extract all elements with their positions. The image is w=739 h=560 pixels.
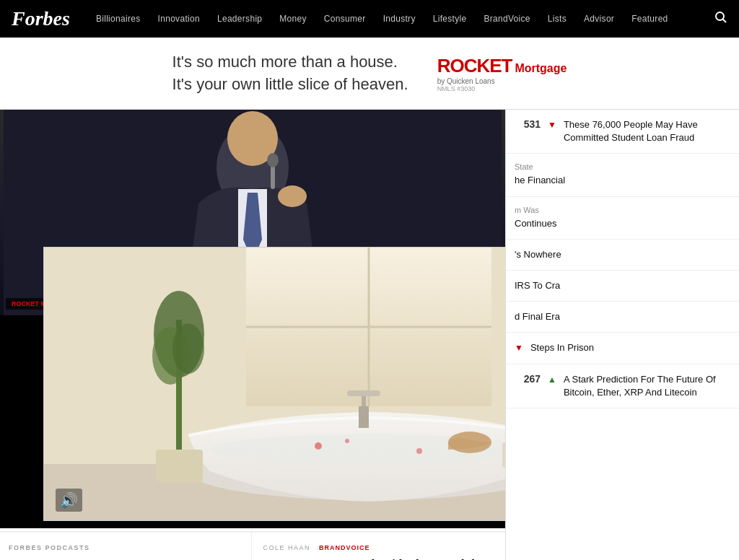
- sidebar-partial-2a: State: [515, 162, 730, 171]
- sidebar-item-2[interactable]: State he Financial: [506, 154, 739, 196]
- sidebar-item-1[interactable]: 531 ▼ These 76,000 People May Have Commi…: [506, 110, 739, 154]
- sidebar-trend-8: ▲: [548, 375, 556, 385]
- search-icon[interactable]: [714, 11, 727, 27]
- sidebar-trend-1: ▼: [548, 120, 556, 131]
- sidebar-item-4[interactable]: 's Nowhere: [506, 240, 739, 271]
- sidebar-item-3[interactable]: m Was Continues: [506, 197, 739, 240]
- main-layout: ROCKET Mortgage ×: [0, 110, 739, 560]
- brandvoice-title[interactable]: De-Stress At Your Desk With These 5 Subt…: [263, 557, 494, 560]
- podcast-tag: FORBES PODCASTS: [9, 544, 240, 551]
- rocket-quicken: by Quicken Loans: [437, 77, 495, 85]
- nav-featured[interactable]: Featured: [623, 14, 676, 24]
- podcast-title[interactable]: On The Edge Of A Bold, New Technological…: [9, 557, 240, 560]
- svg-point-7: [267, 153, 279, 167]
- below-video-content: FORBES PODCASTS On The Edge Of A Bold, N…: [0, 531, 505, 560]
- sidebar-partial-6: d Final Era: [515, 310, 730, 323]
- rocket-brand-name: ROCKET: [437, 55, 512, 77]
- brandvoice-label: BRANDVOICE: [319, 544, 370, 551]
- sidebar-partial-5: IRS To Cra: [515, 279, 730, 292]
- rocket-nmls: NMLS #3030: [437, 85, 476, 92]
- sidebar-text-8: A Stark Prediction For The Future Of Bit…: [564, 373, 730, 399]
- sidebar-text-7: Steps In Prison: [530, 341, 594, 354]
- sidebar-count-1: 531: [515, 118, 541, 130]
- sidebar-item-8[interactable]: 267 ▲ A Stark Prediction For The Future …: [506, 364, 739, 408]
- ad-text-line1: It's so much more than a house.: [172, 51, 408, 74]
- svg-rect-30: [359, 406, 369, 428]
- nav-advisor[interactable]: Advisor: [575, 14, 623, 24]
- nav-billionaires[interactable]: Billionaires: [87, 14, 149, 24]
- sound-icon[interactable]: 🔊: [56, 489, 82, 512]
- nav-leadership[interactable]: Leadership: [209, 14, 271, 24]
- svg-point-0: [716, 12, 724, 20]
- rocket-mortgage-label: Mortgage: [515, 62, 567, 75]
- podcast-section: FORBES PODCASTS On The Edge Of A Bold, N…: [0, 533, 252, 560]
- nav-lifestyle[interactable]: Lifestyle: [424, 14, 476, 24]
- nav-innovation[interactable]: Innovation: [149, 14, 209, 24]
- svg-point-33: [345, 439, 349, 443]
- header: Forbes Billionaires Innovation Leadershi…: [0, 0, 739, 38]
- svg-rect-35: [502, 442, 505, 468]
- sidebar-partial-3b: Continues: [515, 217, 730, 230]
- brandvoice-tag: Cole Haan BRANDVOICE: [263, 544, 494, 551]
- trend-arrow-up-8: ▲: [548, 375, 556, 385]
- sidebar-text-1: These 76,000 People May Have Committed S…: [564, 118, 730, 144]
- sidebar-partial-2b: he Financial: [515, 174, 730, 187]
- nav-lists[interactable]: Lists: [539, 14, 575, 24]
- svg-point-32: [416, 448, 422, 454]
- sidebar-item-6[interactable]: d Final Era: [506, 302, 739, 333]
- ad-text-line2: It's your own little slice of heaven.: [172, 74, 408, 96]
- sidebar-item-5[interactable]: IRS To Cra: [506, 271, 739, 302]
- brandvoice-brand: Cole Haan: [263, 544, 311, 551]
- trend-arrow-down-7: ▼: [515, 343, 523, 354]
- trend-arrow-down-1: ▼: [548, 120, 556, 131]
- svg-line-1: [723, 19, 727, 23]
- svg-point-31: [315, 442, 322, 450]
- nav-industry[interactable]: Industry: [375, 14, 424, 24]
- ad-logo: ROCKET Mortgage by Quicken Loans NMLS #3…: [437, 55, 567, 92]
- sidebar-count-8: 267: [515, 373, 541, 385]
- sidebar-item-7[interactable]: ▼ Steps In Prison: [506, 333, 739, 364]
- nav-brandvoice[interactable]: BrandVoice: [475, 14, 538, 24]
- nav-money[interactable]: Money: [271, 14, 315, 24]
- bath-ad-overlay[interactable]: ×: [43, 247, 505, 521]
- svg-rect-29: [347, 390, 380, 396]
- sidebar-partial-3a: m Was: [515, 206, 730, 214]
- svg-rect-18: [156, 450, 203, 482]
- sidebar-partial-4: 's Nowhere: [515, 248, 730, 261]
- main-nav: Billionaires Innovation Leadership Money…: [87, 14, 714, 24]
- svg-point-22: [172, 323, 204, 374]
- sidebar-trend-7: ▼: [515, 343, 523, 354]
- video-area: ROCKET Mortgage ×: [0, 110, 505, 528]
- ad-banner[interactable]: It's so much more than a house. It's you…: [0, 38, 739, 110]
- brandvoice-section: Cole Haan BRANDVOICE De-Stress At Your D…: [252, 533, 506, 560]
- svg-point-8: [278, 185, 307, 207]
- forbes-logo[interactable]: Forbes: [12, 7, 70, 30]
- left-content: ROCKET Mortgage ×: [0, 110, 505, 560]
- right-sidebar: 531 ▼ These 76,000 People May Have Commi…: [505, 110, 739, 560]
- bath-scene-svg: [44, 248, 505, 521]
- ad-text: It's so much more than a house. It's you…: [172, 51, 408, 96]
- nav-consumer[interactable]: Consumer: [315, 14, 375, 24]
